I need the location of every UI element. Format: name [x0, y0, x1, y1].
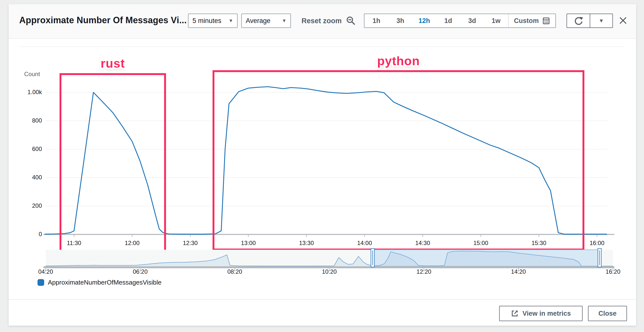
close-button[interactable]: Close [588, 306, 627, 321]
reset-zoom-button[interactable]: Reset zoom [302, 14, 356, 28]
divider [9, 299, 636, 300]
brush-handle-right[interactable] [598, 249, 601, 267]
divider [19, 46, 625, 47]
custom-range-label: Custom [514, 17, 539, 25]
chevron-down-icon: ▼ [282, 18, 286, 24]
chevron-down-icon: ▼ [599, 18, 604, 24]
brush-selection[interactable] [372, 250, 600, 266]
time-range-1w[interactable]: 1w [484, 14, 508, 28]
refresh-button[interactable] [566, 14, 590, 28]
brush-handle-left[interactable] [371, 249, 374, 267]
time-range-12h[interactable]: 12h [412, 14, 436, 28]
time-range-options: 1h3h12h1d3d1w [364, 14, 508, 28]
close-icon[interactable] [617, 15, 629, 27]
refresh-options-button[interactable]: ▼ [590, 14, 613, 28]
zoom-out-icon [346, 16, 356, 26]
period-dropdown[interactable]: 5 minutes ▼ [188, 14, 238, 28]
statistic-dropdown[interactable]: Average ▼ [241, 14, 291, 28]
metric-dialog: Approximate Number Of Messages Vi... 5 m… [9, 4, 636, 325]
close-button-label: Close [598, 310, 616, 317]
chevron-down-icon: ▼ [228, 18, 233, 24]
time-range-1d[interactable]: 1d [436, 14, 460, 28]
legend-color-swatch [38, 279, 44, 286]
custom-range-button[interactable]: Custom [508, 14, 556, 28]
refresh-icon [573, 15, 584, 26]
dialog-header: Approximate Number Of Messages Vi... 5 m… [9, 4, 636, 39]
external-link-icon [511, 309, 519, 317]
view-in-metrics-button[interactable]: View in metrics [499, 306, 582, 321]
statistic-dropdown-value: Average [246, 17, 270, 25]
calendar-icon [542, 17, 550, 25]
view-in-metrics-label: View in metrics [522, 310, 571, 317]
period-dropdown-value: 5 minutes [192, 17, 221, 25]
legend-label: ApproximateNumberOfMessagesVisible [48, 279, 162, 286]
time-range-3h[interactable]: 3h [388, 14, 412, 28]
time-range-3d[interactable]: 3d [460, 14, 484, 28]
dialog-title: Approximate Number Of Messages Vi... [19, 15, 187, 26]
legend-item[interactable]: ApproximateNumberOfMessagesVisible [38, 279, 162, 286]
time-range-selector: 1h3h12h1d3d1w Custom [364, 14, 556, 28]
time-range-1h[interactable]: 1h [364, 14, 388, 28]
reset-zoom-label: Reset zoom [302, 17, 342, 25]
